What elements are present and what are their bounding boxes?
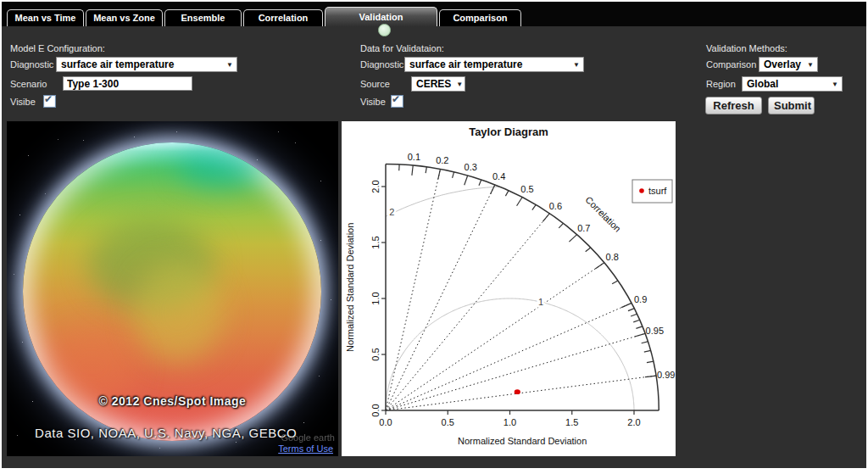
globe-teal-patch [178, 146, 262, 187]
svg-text:1.0: 1.0 [504, 417, 516, 427]
app-window: Mean vs Time Mean vs Zone Ensemble Corre… [2, 2, 866, 468]
chevron-down-icon: ▼ [226, 61, 233, 69]
google-earth-watermark: Google earth [281, 432, 335, 443]
globe-yellow-patch [133, 262, 223, 364]
svg-text:0.9: 0.9 [634, 294, 647, 304]
model-config-heading: Model E Configuration: [10, 43, 105, 53]
svg-text:0.1: 0.1 [408, 152, 420, 162]
svg-text:0.5: 0.5 [442, 417, 454, 427]
svg-text:0.5: 0.5 [370, 348, 381, 360]
refresh-button[interactable]: Refresh [705, 97, 762, 114]
svg-text:0.4: 0.4 [492, 171, 505, 181]
chevron-down-icon: ▼ [832, 81, 838, 88]
rms-arcs [386, 187, 634, 410]
chevron-down-icon: ▼ [807, 61, 814, 69]
svg-text:1.5: 1.5 [370, 236, 381, 248]
data-visible-label: Visibe [360, 97, 386, 107]
svg-text:2.0: 2.0 [627, 417, 640, 427]
data-diagnostic-select[interactable]: surface air temperature ▼ [404, 57, 584, 72]
validation-methods-heading: Validation Methods: [706, 43, 787, 53]
correlation-arc [386, 165, 659, 410]
legend-marker-icon [639, 188, 644, 193]
svg-text:0.7: 0.7 [577, 223, 590, 233]
svg-text:0.0: 0.0 [370, 404, 381, 416]
data-points [515, 389, 520, 394]
svg-text:0.8: 0.8 [606, 252, 619, 262]
data-diagnostic-value: surface air temperature [409, 59, 522, 70]
tab-bar: Mean vs Time Mean vs Zone Ensemble Corre… [2, 2, 866, 26]
comparison-select[interactable]: Overlay ▼ [759, 57, 818, 72]
chevron-down-icon: ▼ [573, 61, 580, 69]
validation-data-heading: Data for Validataion: [360, 43, 444, 53]
legend-label: tsurf [648, 186, 667, 196]
tab-ensemble[interactable]: Ensemble [164, 9, 242, 26]
model-visible-checkbox[interactable] [43, 95, 56, 108]
submit-button[interactable]: Submit [768, 97, 815, 114]
rms-arc-label: 1 [538, 297, 543, 307]
rms-arc-label: 2 [389, 207, 394, 217]
y-axis-title: Normalized Standard Deviation [345, 223, 355, 352]
chevron-down-icon: ▼ [456, 81, 463, 88]
svg-text:1.0: 1.0 [370, 292, 381, 304]
scenario-label: Scenario [10, 79, 47, 89]
svg-text:1.5: 1.5 [565, 417, 578, 427]
data-visible-checkbox[interactable] [391, 95, 403, 108]
region-select[interactable]: Global ▼ [742, 76, 843, 92]
svg-text:2.0: 2.0 [370, 180, 381, 192]
comparison-label: Comparison [706, 59, 756, 70]
taylor-diagram-panel: 0.10.20.30.40.50.60.70.80.90.950.99Corre… [342, 121, 676, 456]
x-axis-title: Normalized Standard Deviation [458, 436, 587, 446]
model-diagnostic-value: surface air temperature [61, 59, 174, 70]
model-visible-label: Visibe [10, 97, 36, 107]
tab-comparison[interactable]: Comparison [439, 9, 521, 26]
svg-text:0.3: 0.3 [465, 162, 477, 172]
status-indicator-icon [378, 24, 391, 36]
correlation-rays [386, 169, 656, 410]
starfield [7, 121, 8, 122]
region-value: Global [747, 78, 778, 90]
taylor-diagram: 0.10.20.30.40.50.60.70.80.90.950.99Corre… [342, 121, 676, 456]
svg-text:0.2: 0.2 [436, 155, 448, 165]
series-point-tsurf [515, 389, 520, 394]
region-label: Region [706, 79, 736, 89]
data-diagnostic-label: Diagnostic [360, 59, 403, 70]
tab-mean-vs-zone[interactable]: Mean vs Zone [86, 9, 163, 26]
globe-attribution: Data SIO, NOAA, U.S. Navy, NGA, GEBCO [7, 426, 325, 440]
tab-validation[interactable]: Validation [325, 7, 437, 26]
tab-mean-vs-time[interactable]: Mean vs Time [7, 9, 84, 26]
svg-text:0.0: 0.0 [379, 417, 392, 427]
tab-correlation[interactable]: Correlation [243, 9, 323, 26]
chart-legend: tsurf [632, 180, 672, 203]
comparison-value: Overlay [764, 59, 801, 70]
chart-title: Taylor Diagram [469, 125, 548, 138]
svg-text:0.6: 0.6 [549, 201, 562, 211]
source-value: CERES [416, 78, 451, 90]
source-select[interactable]: CERES ▼ [411, 76, 465, 92]
globe-panel: © 2012 Cnes/Spot Image Data SIO, NOAA, U… [7, 121, 338, 456]
source-label: Source [360, 79, 390, 89]
model-diagnostic-label: Diagnostic [10, 59, 53, 70]
svg-text:0.95: 0.95 [646, 326, 664, 336]
model-diagnostic-select[interactable]: surface air temperature ▼ [56, 57, 237, 72]
scenario-input[interactable] [63, 76, 192, 91]
svg-text:0.99: 0.99 [657, 370, 675, 380]
svg-text:0.5: 0.5 [520, 184, 533, 194]
globe-copyright: © 2012 Cnes/Spot Image [7, 394, 338, 408]
terms-of-use-link[interactable]: Terms of Use [278, 443, 333, 454]
